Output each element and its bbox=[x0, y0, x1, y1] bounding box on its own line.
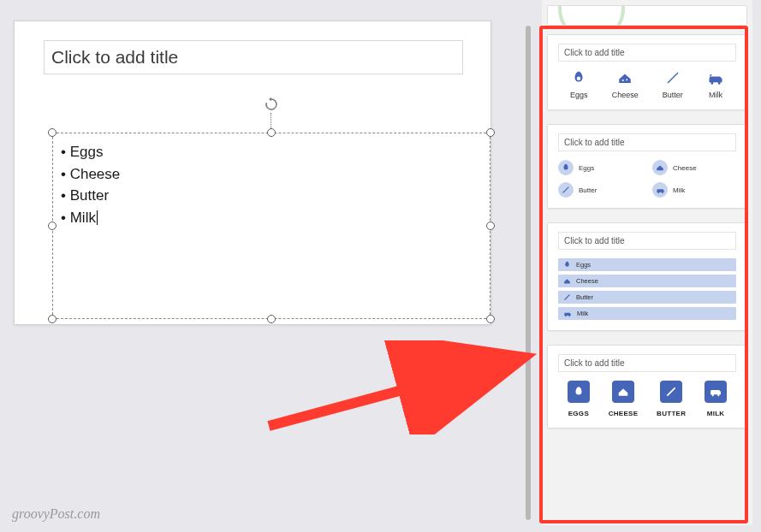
butter-icon bbox=[562, 186, 570, 194]
svg-point-1 bbox=[622, 80, 624, 81]
cow-icon bbox=[707, 72, 724, 86]
bullet-item: Cheese bbox=[61, 163, 120, 186]
thumb-title: Click to add title bbox=[558, 354, 736, 372]
list-item-label: Eggs bbox=[570, 91, 588, 99]
bullet-item: Milk bbox=[61, 207, 120, 229]
list-item: Eggs bbox=[570, 70, 588, 99]
list-item-label: CHEESE bbox=[609, 410, 639, 417]
cheese-icon bbox=[563, 277, 571, 285]
list-item: BUTTER bbox=[657, 381, 686, 417]
butter-icon bbox=[665, 70, 681, 86]
butter-icon bbox=[665, 386, 677, 398]
cheese-icon bbox=[617, 386, 629, 398]
list-item: EGGS bbox=[568, 381, 590, 417]
list-item: Milk bbox=[707, 72, 724, 99]
list-item-label: EGGS bbox=[568, 410, 589, 417]
list-item-label: Eggs bbox=[576, 261, 591, 269]
thumb-title: Click to add title bbox=[558, 133, 736, 151]
resize-handle-bl[interactable] bbox=[48, 315, 56, 323]
resize-handle-br[interactable] bbox=[486, 315, 495, 323]
list-item: Milk bbox=[558, 307, 736, 320]
list-item: MILK bbox=[705, 381, 727, 417]
svg-line-3 bbox=[269, 359, 517, 426]
egg-icon bbox=[571, 70, 586, 86]
resize-handle-mr[interactable] bbox=[486, 222, 495, 230]
list-item: Eggs bbox=[558, 258, 736, 271]
butter-icon bbox=[563, 293, 571, 301]
list-item: Cheese bbox=[558, 275, 736, 287]
annotation-arrow-icon bbox=[260, 340, 543, 434]
list-item-label: Butter bbox=[576, 293, 593, 301]
cheese-icon bbox=[617, 70, 633, 86]
list-item-label: Cheese bbox=[673, 164, 697, 172]
design-ideas-panel[interactable]: Click to add title Eggs Cheese Butter Mi… bbox=[542, 0, 752, 525]
svg-point-2 bbox=[627, 79, 628, 80]
design-idea-thumbnail-partial[interactable] bbox=[547, 5, 747, 26]
cow-icon bbox=[656, 186, 665, 194]
content-textbox[interactable]: Eggs Cheese Butter Milk bbox=[52, 133, 490, 319]
design-idea-thumbnail[interactable]: Click to add title Eggs Cheese Butter Mi… bbox=[547, 222, 747, 331]
list-item: Butter bbox=[558, 291, 736, 304]
list-item: CHEESE bbox=[609, 381, 639, 417]
list-item-label: Cheese bbox=[576, 277, 598, 285]
resize-handle-tm[interactable] bbox=[267, 128, 276, 137]
svg-point-0 bbox=[577, 77, 581, 81]
list-item-label: Milk bbox=[673, 186, 685, 194]
title-placeholder[interactable]: Click to add title bbox=[44, 40, 463, 74]
list-item-label: BUTTER bbox=[657, 410, 686, 417]
slide-canvas[interactable]: Click to add title Eggs Cheese Butter Mi… bbox=[14, 21, 491, 325]
list-item-label: Cheese bbox=[612, 91, 639, 99]
cow-icon bbox=[709, 387, 722, 397]
cow-icon bbox=[563, 310, 572, 317]
list-item-label: Milk bbox=[709, 91, 722, 99]
resize-handle-bm[interactable] bbox=[267, 315, 276, 323]
thumb-title: Click to add title bbox=[558, 232, 736, 250]
list-item-label: MILK bbox=[707, 410, 725, 417]
design-idea-thumbnail[interactable]: Click to add title Eggs Cheese Butter Mi… bbox=[547, 124, 747, 209]
resize-handle-tr[interactable] bbox=[486, 128, 495, 137]
list-item-label: Butter bbox=[663, 91, 683, 99]
list-item: Butter bbox=[558, 182, 642, 198]
egg-icon bbox=[562, 163, 570, 172]
design-panel-scrollbar[interactable] bbox=[526, 26, 531, 520]
rotate-handle-icon[interactable] bbox=[263, 96, 280, 113]
list-item: Cheese bbox=[612, 70, 639, 99]
bullet-list[interactable]: Eggs Cheese Butter Milk bbox=[61, 141, 120, 228]
design-idea-thumbnail[interactable]: Click to add title Eggs Cheese Butter Mi… bbox=[547, 34, 747, 110]
list-item-label: Butter bbox=[579, 186, 597, 194]
list-item: Eggs bbox=[558, 160, 642, 175]
list-item: Milk bbox=[652, 182, 736, 198]
bullet-item: Eggs bbox=[61, 141, 120, 163]
egg-icon bbox=[563, 261, 571, 269]
title-placeholder-text: Click to add title bbox=[51, 47, 178, 68]
design-idea-thumbnail[interactable]: Click to add title EGGS CHEESE BUTTER MI… bbox=[547, 345, 747, 429]
resize-handle-tl[interactable] bbox=[48, 128, 56, 137]
list-item-label: Eggs bbox=[579, 164, 594, 172]
list-item-label: Milk bbox=[577, 310, 588, 317]
cheese-icon bbox=[656, 163, 664, 172]
resize-handle-ml[interactable] bbox=[48, 222, 56, 230]
thumb-title: Click to add title bbox=[558, 44, 736, 62]
bullet-item: Butter bbox=[61, 185, 120, 207]
egg-icon bbox=[573, 386, 585, 398]
list-item: Cheese bbox=[652, 160, 736, 175]
watermark: groovyPost.com bbox=[12, 506, 100, 522]
list-item: Butter bbox=[663, 70, 683, 99]
